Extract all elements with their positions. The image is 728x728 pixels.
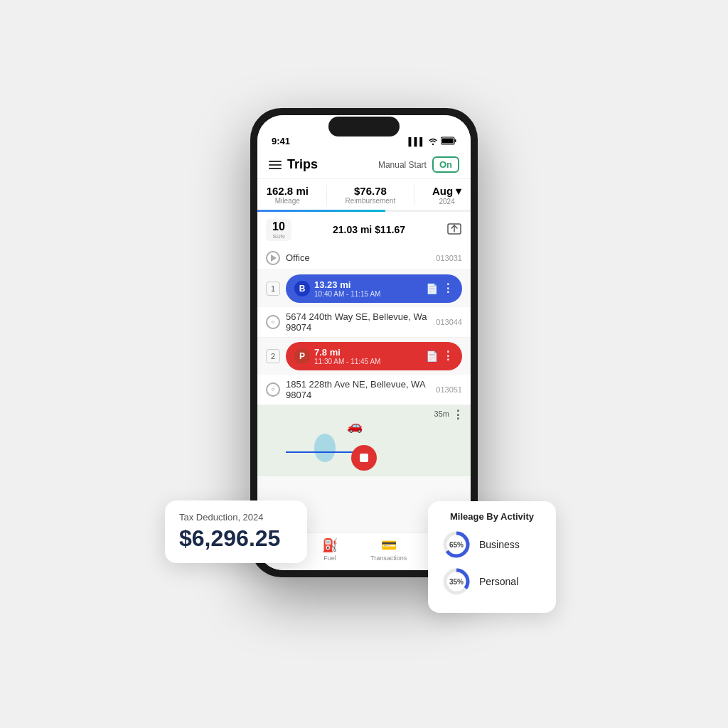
header-right: Manual Start On [378,156,459,173]
trip-date-row: 10 SUN 21.03 mi $11.67 [257,213,471,247]
trip-actions-1: 📄 ⋮ [426,282,454,295]
month-stat[interactable]: Aug ▾ 2024 [432,185,461,205]
start-location-name: Office [286,252,430,263]
mid-location-icon: ○ [266,315,280,329]
stop-button[interactable] [351,445,377,471]
nav-fuel[interactable]: ⛽ Fuel [322,537,338,562]
end-location-row: ○ 1851 228th Ave NE, Bellevue, WA 98074 … [257,375,471,405]
month-value: Aug ▾ [432,185,461,198]
fuel-nav-icon: ⛽ [322,537,338,553]
mid-location-code: 013044 [436,318,462,326]
trip-info-1: 13.23 mi 10:40 AM - 11:15 AM [314,279,422,298]
trip-list: Office 013031 1 B 13.23 mi 10:40 AM - 11… [257,247,471,532]
trip-item-2: 2 P 7.8 mi 11:30 AM - 11:45 AM 📄 ⋮ [257,338,471,375]
status-time: 9:41 [272,136,290,146]
trip-time-1: 10:40 AM - 11:15 AM [314,290,422,298]
map-river [314,434,336,462]
trip-number-2: 2 [266,349,280,363]
trip-doc-icon-2[interactable]: 📄 [426,350,438,362]
transactions-nav-icon: 💳 [381,537,397,553]
tax-deduction-label: Tax Deduction, 2024 [179,512,293,523]
manual-start-toggle[interactable]: On [432,156,459,173]
trip-card-red[interactable]: P 7.8 mi 11:30 AM - 11:45 AM 📄 ⋮ [286,342,462,370]
trip-doc-icon-1[interactable]: 📄 [426,283,438,294]
business-pct-label: 65% [449,541,464,549]
trip-info-2: 7.8 mi 11:30 AM - 11:45 AM [314,347,422,365]
progress-bar-fill [257,210,385,212]
date-num: 10 [270,220,287,233]
nav-transactions[interactable]: 💳 Transactions [370,537,407,562]
map-route [286,451,357,453]
end-location-name: 1851 228th Ave NE, Bellevue, WA 98074 [286,379,430,400]
trip-distance-2: 7.8 mi [314,347,422,358]
trip-type-p: P [294,348,310,364]
reimbursement-label: Reimbursement [346,197,396,205]
business-mileage-row: 65% Business [441,529,543,560]
progress-bar-container [257,210,471,212]
header-left: Trips [269,157,318,172]
trip-actions-2: 📄 ⋮ [426,349,454,363]
start-location-row: Office 013031 [257,247,471,270]
personal-type-label: Personal [479,576,518,587]
tax-deduction-card: Tax Deduction, 2024 $6,296.25 [165,500,307,563]
mid-location-row: ○ 5674 240th Way SE, Bellevue, Wa 98074 … [257,307,471,338]
trip-more-icon-1[interactable]: ⋮ [442,282,454,295]
end-location-icon: ○ [266,382,280,397]
date-day: SUN [270,233,287,240]
signal-icon: ▌▌▌ [409,137,425,146]
export-icon[interactable] [446,221,462,239]
mileage-activity-card: Mileage By Activity 65% Business 35% [428,501,556,613]
tax-deduction-amount: $6,296.25 [179,525,293,552]
trip-more-icon-2[interactable]: ⋮ [442,349,454,363]
trip-number-1: 1 [266,282,280,296]
battery-icon [441,136,456,146]
status-icons: ▌▌▌ [409,136,456,146]
trip-type-b: B [294,281,310,296]
trip-card-blue[interactable]: B 13.23 mi 10:40 AM - 11:15 AM 📄 ⋮ [286,274,462,303]
personal-mileage-row: 35% Personal [441,566,543,597]
personal-donut: 35% [441,566,472,597]
fuel-nav-label: Fuel [323,555,336,562]
business-donut: 65% [441,529,472,560]
trip-summary: 21.03 mi $11.67 [299,224,439,235]
stats-row: 162.8 mi Mileage $76.78 Reimbursement Au… [257,179,471,208]
date-badge: 10 SUN [266,219,291,241]
mid-location-name: 5674 240th Way SE, Bellevue, Wa 98074 [286,311,430,333]
year-value: 2024 [432,198,461,205]
map-car-icon: 🚗 [347,418,363,434]
mileage-value: 162.8 mi [267,185,309,197]
end-location-code: 013051 [436,385,462,394]
transactions-nav-label: Transactions [370,555,407,562]
reimbursement-value: $76.78 [346,185,396,197]
wifi-icon [428,136,438,146]
trip-item-1: 1 B 13.23 mi 10:40 AM - 11:15 AM 📄 ⋮ [257,270,471,307]
app-header: Trips Manual Start On [257,151,471,179]
mileage-card-title: Mileage By Activity [441,511,543,522]
map-area: 🚗 35m ⋮ [257,405,471,476]
mileage-label: Mileage [267,197,309,205]
trip-time-2: 11:30 AM - 11:45 AM [314,358,422,365]
personal-pct-label: 35% [449,578,464,586]
business-type-label: Business [479,539,520,550]
start-location-code: 013031 [436,254,462,262]
page-title: Trips [287,157,318,172]
stop-square [360,454,368,462]
dynamic-island [328,117,400,136]
trip-distance-1: 13.23 mi [314,279,422,290]
svg-rect-2 [442,139,454,144]
mileage-stat: 162.8 mi Mileage [267,185,309,205]
map-more-icon[interactable]: ⋮ [452,408,464,422]
reimbursement-stat: $76.78 Reimbursement [346,185,396,205]
svg-rect-1 [455,139,456,142]
scene: 9:41 ▌▌▌ [179,108,549,620]
menu-icon[interactable] [269,161,282,169]
manual-start-label: Manual Start [378,160,427,170]
start-location-icon [266,251,280,265]
map-duration: 35m [434,410,449,418]
